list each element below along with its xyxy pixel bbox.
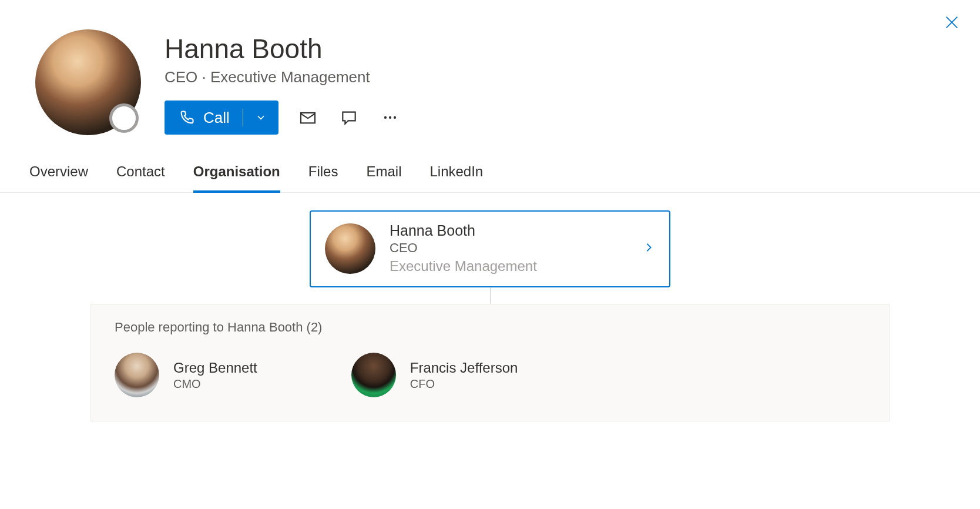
reports-heading: People reporting to Hanna Booth (2) <box>115 320 865 335</box>
tab-linkedin[interactable]: LinkedIn <box>429 163 483 193</box>
report-title: CFO <box>410 377 518 391</box>
mail-icon <box>298 108 317 127</box>
svg-point-3 <box>384 116 387 119</box>
tab-organisation[interactable]: Organisation <box>193 163 280 193</box>
call-split-button[interactable]: Call <box>165 101 278 135</box>
org-connector <box>490 287 491 304</box>
action-bar: Call <box>165 101 402 135</box>
report-text: Greg Bennett CMO <box>173 360 257 391</box>
avatar <box>115 353 159 397</box>
expand-card[interactable] <box>642 241 655 256</box>
svg-point-5 <box>394 116 396 119</box>
presence-indicator <box>109 103 139 133</box>
org-self-card[interactable]: Hanna Booth CEO Executive Management <box>310 210 670 287</box>
tab-email[interactable]: Email <box>366 163 401 193</box>
header-info: Hanna Booth CEO · Executive Management C… <box>165 29 402 135</box>
tab-overview[interactable]: Overview <box>29 163 88 193</box>
report-person[interactable]: Francis Jefferson CFO <box>351 353 518 397</box>
call-label: Call <box>203 109 230 127</box>
chat-icon <box>340 108 358 127</box>
call-dropdown[interactable] <box>243 101 278 135</box>
reports-section: People reporting to Hanna Booth (2) Greg… <box>90 304 890 421</box>
org-card-title: CEO <box>390 240 628 256</box>
tab-bar: Overview Contact Organisation Files Emai… <box>0 135 980 193</box>
avatar <box>351 353 396 397</box>
tab-contact[interactable]: Contact <box>116 163 165 193</box>
close-button[interactable] <box>941 12 962 33</box>
person-name: Hanna Booth <box>165 33 402 65</box>
org-card-department: Executive Management <box>390 258 628 274</box>
call-button[interactable]: Call <box>165 101 243 135</box>
report-title: CMO <box>173 377 257 391</box>
organisation-panel: Hanna Booth CEO Executive Management Peo… <box>0 193 980 445</box>
org-card-name: Hanna Booth <box>390 222 628 239</box>
report-name: Francis Jefferson <box>410 360 518 376</box>
phone-icon <box>179 109 195 126</box>
close-icon <box>944 14 960 31</box>
avatar-container <box>35 29 141 135</box>
org-card-text: Hanna Booth CEO Executive Management <box>390 222 628 274</box>
chat-button[interactable] <box>337 106 361 129</box>
email-button[interactable] <box>296 106 320 129</box>
report-person[interactable]: Greg Bennett CMO <box>115 353 257 397</box>
report-text: Francis Jefferson CFO <box>410 360 518 391</box>
chevron-down-icon <box>255 112 267 123</box>
reports-list: Greg Bennett CMO Francis Jefferson CFO <box>115 353 865 397</box>
avatar <box>325 223 375 274</box>
profile-header: Hanna Booth CEO · Executive Management C… <box>0 0 980 135</box>
chevron-right-icon <box>642 241 655 254</box>
person-subtitle: CEO · Executive Management <box>165 68 402 86</box>
more-icon <box>381 108 400 127</box>
report-name: Greg Bennett <box>173 360 257 376</box>
svg-point-4 <box>389 116 391 119</box>
tab-files[interactable]: Files <box>308 163 338 193</box>
more-button[interactable] <box>378 106 402 129</box>
